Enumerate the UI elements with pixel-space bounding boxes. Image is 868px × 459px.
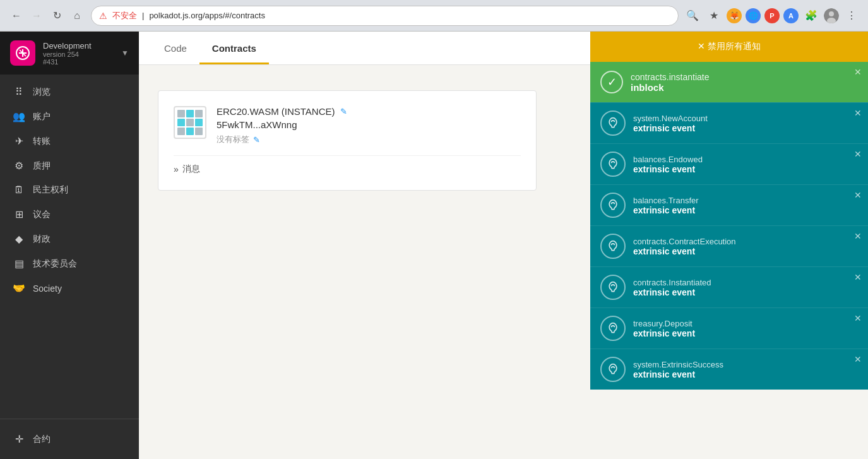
contracts-icon: ✛ bbox=[13, 433, 25, 445]
sidebar-item-democracy[interactable]: 🗓 民主权利 bbox=[0, 178, 139, 202]
sidebar-item-label: 转账 bbox=[33, 136, 51, 147]
main-content: Code Contracts ⬆ 部署... bbox=[139, 32, 868, 459]
society-icon: 🤝 bbox=[13, 282, 25, 294]
sidebar-item-council[interactable]: ⊞ 议会 bbox=[0, 202, 139, 227]
notification-event-4: contracts.Instantiated bbox=[633, 278, 858, 287]
notification-close-button-0[interactable]: ✕ bbox=[854, 108, 862, 118]
nav-buttons: ← → ↻ ⌂ bbox=[8, 7, 86, 25]
contract-label-text: 没有标签 bbox=[217, 134, 249, 145]
sidebar: Development version 254 #431 ▼ ⠿ 浏览 👥 账户… bbox=[0, 32, 139, 459]
home-button[interactable]: ⌂ bbox=[68, 7, 86, 25]
notification-text-4: contracts.Instantiated extrinsic event bbox=[633, 278, 858, 297]
menu-button[interactable]: ⋮ bbox=[843, 7, 860, 25]
search-button[interactable]: 🔍 bbox=[684, 7, 701, 25]
notification-close-button-2[interactable]: ✕ bbox=[854, 190, 862, 200]
sidebar-logo[interactable] bbox=[10, 40, 35, 66]
sidebar-item-techcomm[interactable]: ▤ 技术委员会 bbox=[0, 251, 139, 276]
extension-earth-icon[interactable]: 🌐 bbox=[746, 8, 761, 23]
messages-link[interactable]: » 消息 bbox=[174, 164, 521, 175]
notification-item-1: balances.Endowed extrinsic event ✕ bbox=[590, 143, 868, 184]
notification-item-5: treasury.Deposit extrinsic event ✕ bbox=[590, 307, 868, 349]
success-check-icon: ✓ bbox=[600, 71, 623, 93]
notification-type-3: extrinsic event bbox=[633, 246, 858, 256]
sidebar-header: Development version 254 #431 ▼ bbox=[0, 32, 139, 75]
notification-close-button-5[interactable]: ✕ bbox=[854, 313, 862, 323]
bookmark-button[interactable]: ★ bbox=[705, 7, 723, 25]
sidebar-item-label: 财政 bbox=[33, 234, 51, 245]
avatar-cell bbox=[195, 110, 203, 117]
forward-button[interactable]: → bbox=[28, 7, 45, 25]
tab-contracts[interactable]: Contracts bbox=[199, 32, 269, 64]
notification-type-6: extrinsic event bbox=[633, 369, 858, 379]
notification-event-1: balances.Endowed bbox=[633, 155, 858, 164]
browser-chrome: ← → ↻ ⌂ ⚠ 不安全 | polkadot.js.org/apps/#/c… bbox=[0, 0, 868, 32]
treasury-icon: ◆ bbox=[13, 233, 25, 245]
extension-a-icon[interactable]: A bbox=[783, 8, 799, 23]
success-event-name: contracts.instantiate bbox=[631, 72, 710, 82]
notification-close-button-3[interactable]: ✕ bbox=[854, 231, 862, 241]
notification-type-1: extrinsic event bbox=[633, 164, 858, 174]
url-separator: | bbox=[142, 11, 144, 20]
messages-chevron-icon: » bbox=[174, 164, 179, 174]
sidebar-item-accounts[interactable]: 👥 账户 bbox=[0, 104, 139, 129]
app-layout: Development version 254 #431 ▼ ⠿ 浏览 👥 账户… bbox=[0, 32, 868, 459]
extension-fox-icon[interactable]: 🦊 bbox=[727, 8, 742, 23]
sidebar-item-label: Society bbox=[33, 283, 62, 294]
sidebar-item-society[interactable]: 🤝 Society bbox=[0, 276, 139, 301]
notification-item-4: contracts.Instantiated extrinsic event ✕ bbox=[590, 266, 868, 307]
sidebar-item-staking[interactable]: ⚙ 质押 bbox=[0, 153, 139, 178]
notification-item-0: system.NewAccount extrinsic event ✕ bbox=[590, 102, 868, 143]
url-text: polkadot.js.org/apps/#/contracts bbox=[149, 11, 265, 20]
notification-item-3: contracts.ContractExecution extrinsic ev… bbox=[590, 225, 868, 266]
notification-event-3: contracts.ContractExecution bbox=[633, 237, 858, 246]
sidebar-item-transfer[interactable]: ✈ 转账 bbox=[0, 129, 139, 153]
notification-success-close-button[interactable]: ✕ bbox=[854, 67, 862, 77]
notification-type-0: extrinsic event bbox=[633, 123, 858, 133]
notification-text-0: system.NewAccount extrinsic event bbox=[633, 114, 858, 133]
council-icon: ⊞ bbox=[13, 208, 25, 220]
notification-close-button-1[interactable]: ✕ bbox=[854, 149, 862, 159]
tab-code[interactable]: Code bbox=[152, 32, 199, 64]
sidebar-chevron-icon[interactable]: ▼ bbox=[121, 49, 129, 57]
disable-all-notifications-button[interactable]: ✕ 禁用所有通知 bbox=[590, 32, 868, 62]
back-button[interactable]: ← bbox=[8, 7, 25, 25]
sidebar-nav: ⠿ 浏览 👥 账户 ✈ 转账 ⚙ 质押 🗓 民主权利 ⊞ 议会 bbox=[0, 75, 139, 419]
contract-name-edit-icon[interactable]: ✎ bbox=[340, 107, 347, 116]
avatar-cell bbox=[177, 128, 185, 135]
democracy-icon: 🗓 bbox=[13, 184, 25, 196]
notification-ear-icon-1 bbox=[600, 152, 626, 177]
notification-panel: ✕ 禁用所有通知 ✓ contracts.instantiate inblock… bbox=[590, 32, 868, 390]
address-bar[interactable]: ⚠ 不安全 | polkadot.js.org/apps/#/contracts bbox=[91, 6, 679, 26]
notification-type-4: extrinsic event bbox=[633, 287, 858, 297]
security-warning-icon: ⚠ bbox=[99, 11, 107, 21]
avatar-cell bbox=[186, 119, 194, 126]
sidebar-footer-item-label: 合约 bbox=[33, 434, 51, 445]
notification-text-6: system.ExtrinsicSuccess extrinsic event bbox=[633, 360, 858, 379]
extensions-button[interactable]: 🧩 bbox=[802, 7, 820, 25]
contract-header: ERC20.WASM (INSTANCE) ✎ 5FwkTM...aXWnng … bbox=[174, 106, 521, 145]
notification-close-button-4[interactable]: ✕ bbox=[854, 272, 862, 282]
sidebar-item-label: 技术委员会 bbox=[33, 258, 77, 270]
avatar-cell bbox=[177, 119, 185, 126]
avatar-cell bbox=[195, 128, 203, 135]
sidebar-item-explorer[interactable]: ⠿ 浏览 bbox=[0, 80, 139, 104]
notification-event-6: system.ExtrinsicSuccess bbox=[633, 360, 858, 369]
profile-avatar[interactable] bbox=[824, 8, 839, 23]
sidebar-item-label: 质押 bbox=[33, 160, 51, 172]
notification-text-1: balances.Endowed extrinsic event bbox=[633, 155, 858, 174]
sidebar-app-name: Development bbox=[43, 41, 114, 51]
contract-label-edit-icon[interactable]: ✎ bbox=[253, 135, 260, 145]
extension-p-icon[interactable]: P bbox=[764, 8, 780, 23]
sidebar-item-label: 议会 bbox=[33, 209, 51, 220]
success-status: inblock bbox=[631, 82, 710, 93]
notification-ear-icon-0 bbox=[600, 110, 626, 136]
sidebar-item-treasury[interactable]: ◆ 财政 bbox=[0, 227, 139, 251]
contract-label: 没有标签 ✎ bbox=[217, 134, 521, 145]
notification-item-2: balances.Transfer extrinsic event ✕ bbox=[590, 184, 868, 225]
reload-button[interactable]: ↻ bbox=[48, 7, 66, 25]
sidebar-item-label: 民主权利 bbox=[33, 184, 68, 196]
notification-close-button-6[interactable]: ✕ bbox=[854, 354, 862, 364]
svg-point-1 bbox=[829, 11, 834, 16]
sidebar-item-contracts[interactable]: ✛ 合约 bbox=[13, 427, 126, 451]
notification-text-3: contracts.ContractExecution extrinsic ev… bbox=[633, 237, 858, 256]
